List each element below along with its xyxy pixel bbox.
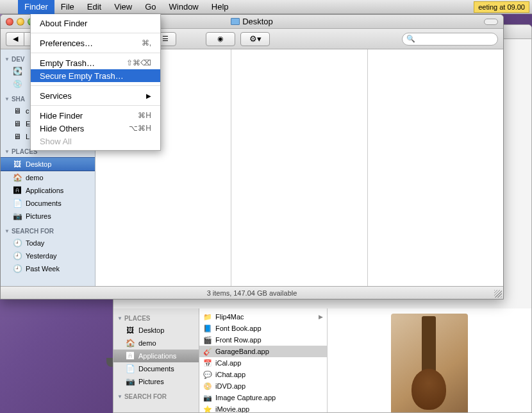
menu-item-services[interactable]: Services▶	[31, 89, 160, 102]
menu-edit[interactable]: Edit	[81, 0, 108, 14]
search-input[interactable]: 🔍	[402, 33, 498, 46]
app-icon: 📅	[203, 358, 212, 367]
bg-places-header: PLACES	[113, 310, 199, 324]
bg-sidebar-item-applications[interactable]: 🅰Applications	[113, 350, 199, 362]
app-label: Image Capture.app	[215, 394, 276, 401]
sidebar-item-label: Past Week	[26, 265, 60, 273]
sidebar-item-label: Pictures	[26, 212, 51, 220]
menubar: Finder File Edit View Go Window Help eet…	[0, 0, 532, 14]
sidebar-item-label: Applications	[138, 352, 176, 360]
sidebar-item-label: Documents	[26, 199, 62, 207]
menu-finder[interactable]: Finder	[18, 0, 54, 14]
column-2[interactable]	[231, 49, 367, 286]
menu-file[interactable]: File	[54, 0, 81, 14]
sidebar-item-label: Desktop	[26, 160, 51, 168]
sidebar-item-yesterday[interactable]: 🕘Yesterday	[1, 249, 95, 262]
sidebar-item-applications[interactable]: 🅰Applications	[1, 184, 95, 197]
bg-sidebar-item-pictures[interactable]: 📷Pictures	[113, 375, 199, 388]
sidebar-item-label: c	[26, 107, 29, 115]
garageband-preview-icon	[391, 314, 468, 412]
Pictures-icon: 📷	[125, 377, 135, 386]
app-item-idvd-app[interactable]: 📀iDVD.app	[199, 380, 327, 392]
app-icon: 📘	[203, 324, 212, 333]
app-label: iChat.app	[215, 371, 245, 378]
app-icon: 📷	[203, 393, 212, 402]
chevron-right-icon: ▶	[319, 314, 323, 320]
Past Week-icon: 🕘	[12, 264, 22, 273]
app-label: Front Row.app	[215, 336, 262, 344]
L-icon: 🖥	[12, 132, 22, 141]
app-label: Font Book.app	[215, 324, 262, 332]
sidebar-item-past-week[interactable]: 🕘Past Week	[1, 262, 95, 275]
search-icon: 🔍	[406, 35, 415, 43]
Today-icon: 🕘	[12, 239, 22, 248]
app-icon: 🎸	[203, 347, 212, 356]
app-item-ical-app[interactable]: 📅iCal.app	[199, 357, 327, 369]
menu-go[interactable]: Go	[138, 0, 162, 14]
app-label: iMovie.app	[215, 405, 249, 412]
menu-item-show-all: Show All	[31, 135, 160, 148]
sidebar-item-demo[interactable]: 🏠demo	[1, 171, 95, 184]
nav-back-button[interactable]: ◀	[6, 32, 24, 46]
E-icon: 🖥	[12, 119, 22, 128]
bg-info-pane: NameGarageBand.apKindApplicationSize176.…	[328, 308, 531, 412]
Desktop-icon: 🖼	[12, 160, 22, 169]
toolbar-toggle-pill[interactable]	[484, 19, 498, 25]
sidebar-item-label: Documents	[138, 365, 174, 373]
sidebar-header-search-for[interactable]: SEARCH FOR	[1, 223, 95, 237]
resize-handle[interactable]	[494, 290, 502, 298]
app-icon: 📀	[203, 382, 212, 391]
bg-sidebar: PLACES 🖼Desktop🏠demo🅰Applications📄Docume…	[113, 308, 199, 412]
item-icon: 💿	[12, 80, 22, 88]
app-icon: 🎬	[203, 335, 212, 344]
menu-item-preferences-[interactable]: Preferences…⌘,	[31, 37, 160, 49]
sidebar-item-label: Applications	[26, 187, 63, 194]
bg-app-list: 📁Flip4Mac▶📘Font Book.app🎬Front Row.app🎸G…	[199, 308, 328, 412]
menubar-notice[interactable]: eeting at 09.00	[474, 1, 529, 13]
bg-search-header: SEARCH FOR	[113, 388, 199, 402]
window-title-text: Desktop	[242, 17, 273, 26]
sidebar-item-label: Yesterday	[26, 252, 57, 260]
sidebar-item-today[interactable]: 🕘Today	[1, 237, 95, 249]
sidebar-item-documents[interactable]: 📄Documents	[1, 197, 95, 210]
demo-icon: 🏠	[125, 339, 135, 348]
status-text: 3 items, 147.04 GB available	[207, 289, 297, 297]
menu-window[interactable]: Window	[163, 0, 205, 14]
app-icon: ⭐	[203, 405, 212, 412]
app-item-imovie-app[interactable]: ⭐iMovie.app	[199, 403, 327, 412]
sidebar-item-pictures[interactable]: 📷Pictures	[1, 210, 95, 223]
Yesterday-icon: 🕘	[12, 251, 22, 260]
Documents-icon: 📄	[12, 199, 22, 208]
menu-item-hide-others[interactable]: Hide Others⌥⌘H	[31, 122, 160, 135]
menu-view[interactable]: View	[108, 0, 138, 14]
app-item-font-book-app[interactable]: 📘Font Book.app	[199, 323, 327, 334]
app-label: Flip4Mac	[215, 313, 244, 321]
app-item-image-capture-app[interactable]: 📷Image Capture.app	[199, 392, 327, 403]
app-item-flip4mac[interactable]: 📁Flip4Mac▶	[199, 311, 327, 323]
Applications-icon: 🅰	[12, 186, 22, 195]
bg-sidebar-item-desktop[interactable]: 🖼Desktop	[113, 324, 199, 337]
app-icon: 💬	[203, 370, 212, 379]
menu-item-secure-empty-trash-[interactable]: Secure Empty Trash…	[31, 69, 160, 82]
folder-icon	[231, 18, 240, 25]
app-label: GarageBand.app	[215, 348, 269, 355]
action-menu-button[interactable]: ⚙ ▾	[240, 32, 270, 46]
quicklook-button[interactable]: ◉	[206, 32, 235, 46]
menu-item-empty-trash-[interactable]: Empty Trash…⇧⌘⌫	[31, 56, 160, 69]
sidebar-item-label: L	[26, 133, 29, 140]
column-3[interactable]	[368, 49, 503, 286]
menu-item-about-finder[interactable]: About Finder	[31, 17, 160, 30]
menu-item-hide-finder[interactable]: Hide Finder⌘H	[31, 109, 160, 122]
app-label: iCal.app	[215, 359, 241, 367]
bg-sidebar-item-documents[interactable]: 📄Documents	[113, 362, 199, 375]
sidebar-item-desktop[interactable]: 🖼Desktop	[1, 157, 95, 171]
app-item-garageband-app[interactable]: 🎸GarageBand.app	[199, 346, 327, 357]
sidebar-item-label: Desktop	[138, 326, 164, 334]
app-item-ichat-app[interactable]: 💬iChat.app	[199, 369, 327, 380]
bg-sidebar-item-demo[interactable]: 🏠demo	[113, 337, 199, 350]
item-icon: 💽	[12, 67, 22, 76]
menu-help[interactable]: Help	[205, 0, 235, 14]
Desktop-icon: 🖼	[125, 326, 135, 335]
app-item-front-row-app[interactable]: 🎬Front Row.app	[199, 334, 327, 346]
finder-menu-dropdown: About FinderPreferences…⌘,Empty Trash…⇧⌘…	[30, 14, 161, 151]
